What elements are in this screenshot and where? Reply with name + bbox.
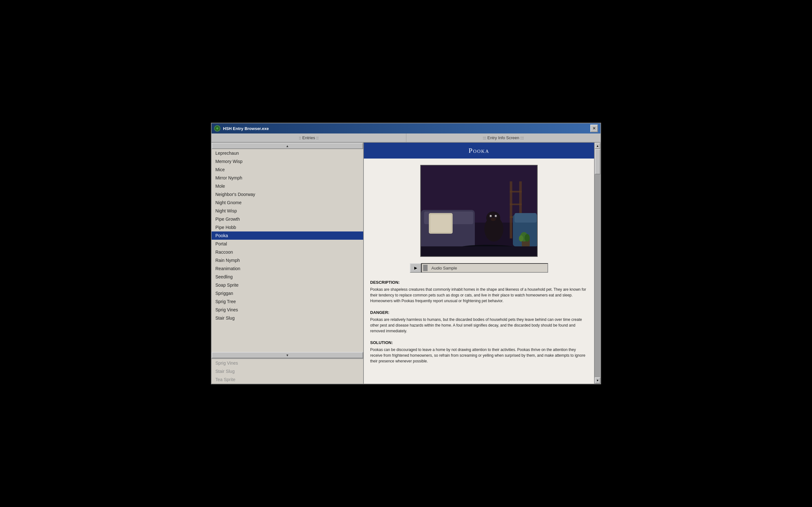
window-title: HSH Entry Browser.exe [223,126,269,131]
danger-text: Pookas are relatively harmless to humans… [370,317,588,334]
audio-bar: Audio Sample [421,263,548,273]
svg-rect-17 [510,191,522,192]
audio-label: Audio Sample [429,266,459,271]
scrollbar-thumb[interactable] [595,149,600,174]
list-item[interactable]: Night Wisp [212,207,363,215]
list-item[interactable]: Leprechaun [212,149,363,157]
sidebar-bottom: Sprig Vines Stair Slug Tea Sprite [212,358,363,384]
play-button[interactable]: ▶ [410,263,421,273]
list-item[interactable]: Sprig Tree [212,297,363,306]
list-item-bottom[interactable]: Sprig Vines [212,359,363,367]
solution-text: Pookas can be discouraged to leave a hom… [370,347,588,364]
svg-point-1 [216,127,218,129]
sidebar-list: Leprechaun Memory Wisp Mice Mirror Nymph… [212,149,363,352]
title-bar-left: HSH Entry Browser.exe [214,125,269,131]
solution-header: SOLUTION: [370,340,588,345]
title-bar: HSH Entry Browser.exe ✕ [212,123,600,133]
list-item[interactable]: Spriggan [212,289,363,297]
danger-header: DANGER: [370,310,588,315]
sidebar-bottom-list: Sprig Vines Stair Slug Tea Sprite [212,359,363,384]
list-item[interactable]: Pipe Hobb [212,223,363,231]
close-button[interactable]: ✕ [590,125,598,132]
scrollbar-down-button[interactable]: ▼ [595,377,600,384]
entry-title: Pooka [364,143,594,159]
list-item[interactable]: Neighbor's Doorway [212,190,363,199]
main-window: HSH Entry Browser.exe ✕ :: Entries :: ::… [211,123,601,384]
info-header: ::: Entry Info Screen ::: [406,133,601,142]
svg-rect-27 [421,246,538,257]
scrollbar-up-button[interactable]: ▲ [595,143,600,149]
list-item[interactable]: Rain Nymph [212,256,363,265]
svg-rect-18 [510,204,522,205]
sidebar-scroll-area: Leprechaun Memory Wisp Mice Mirror Nymph… [212,149,363,352]
list-item[interactable]: Mole [212,182,363,190]
description-header: DESCRIPTION: [370,280,588,285]
scroll-up-button[interactable]: ▲ [212,143,363,149]
entry-image-container [364,159,594,263]
header-bar: :: Entries :: ::: Entry Info Screen ::: [212,133,600,143]
list-item[interactable]: Soap Sprite [212,281,363,289]
svg-rect-7 [430,215,451,232]
list-item[interactable]: Raccoon [212,248,363,256]
sidebar: ▲ Leprechaun Memory Wisp Mice Mirror Nym… [212,143,364,384]
entry-image-inner [421,166,537,256]
svg-point-24 [525,234,530,242]
list-item-bottom[interactable]: Tea Sprite [212,376,363,384]
right-scrollbar: ▲ ▼ [594,143,600,384]
description-section: DESCRIPTION: Pookas are shapeless creatu… [364,277,594,307]
svg-rect-15 [510,181,512,238]
list-item[interactable]: Reanimation [212,265,363,273]
audio-player: ▶ Audio Sample [364,263,594,277]
list-item[interactable]: Night Gnome [212,199,363,207]
entry-image [420,165,538,257]
list-item[interactable]: Stair Slug [212,314,363,322]
main-content: Pooka [364,143,594,384]
danger-section: DANGER: Pookas are relatively harmless t… [364,307,594,338]
svg-point-12 [490,215,492,217]
list-item[interactable]: Pipe Growth [212,215,363,223]
svg-rect-21 [515,213,537,223]
scroll-down-button[interactable]: ▼ [212,352,363,358]
svg-point-13 [495,215,497,217]
list-item[interactable]: Mice [212,166,363,174]
scrollbar-track [595,149,600,377]
solution-section: SOLUTION: Pookas can be discouraged to l… [364,338,594,368]
list-item[interactable]: Portal [212,240,363,248]
svg-point-25 [519,235,523,242]
entries-header: :: Entries :: [212,133,406,142]
main-area: :: Entries :: ::: Entry Info Screen ::: … [212,133,600,384]
description-text: Pookas are shapeless creatures that comm… [370,287,588,304]
list-item-bottom[interactable]: Stair Slug [212,367,363,376]
svg-point-14 [491,218,496,221]
list-item-selected[interactable]: Pooka [212,231,363,240]
app-icon [214,125,220,131]
list-item[interactable]: Seedling [212,273,363,281]
list-item[interactable]: Mirror Nymph [212,174,363,182]
content-area: ▲ Leprechaun Memory Wisp Mice Mirror Nym… [212,143,600,384]
list-item[interactable]: Sprig Vines [212,306,363,314]
list-item[interactable]: Memory Wisp [212,157,363,166]
audio-indicator [423,265,428,271]
